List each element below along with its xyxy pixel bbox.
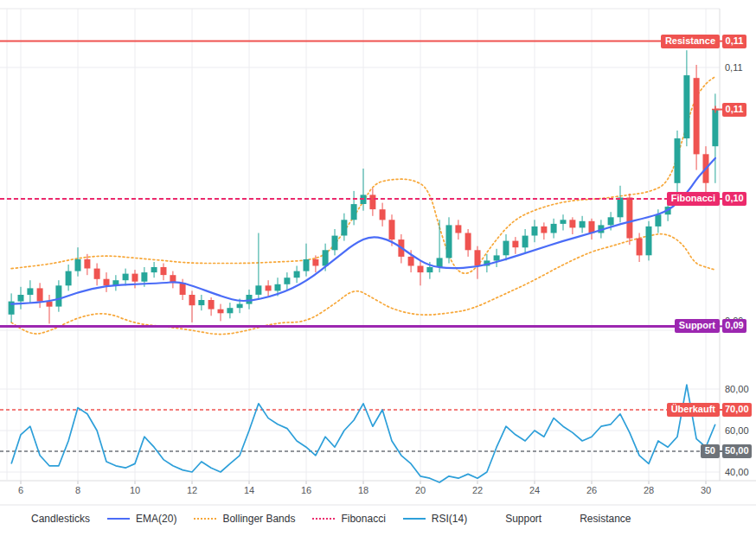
x-axis-label-16: 16 [301,485,311,495]
rsi-axis-tick-80: 80,00 [725,384,749,394]
candle-body [332,236,338,251]
overbought-label-badge: Überkauft [667,403,720,417]
candle-body [180,283,186,295]
legend-item-fibonacci[interactable]: Fibonacci [312,513,385,525]
candle-body [512,241,518,248]
candle-body [218,309,224,314]
candle-body [18,295,24,302]
candle-body [626,198,632,239]
candle-body [66,271,72,286]
legend-label: Candlesticks [31,513,90,525]
trading-chart: Resistance 0,11 Fibonacci 0,10 Support 0… [0,0,756,536]
candle-body [255,285,261,295]
support-value-badge: 0,09 [722,319,746,333]
last-price-badge: 0,11 [722,103,746,117]
candle-body [637,239,643,256]
legend-label: Support [505,513,541,525]
legend-item-support[interactable]: Support [505,513,541,525]
candle-body [389,220,395,239]
candle-body [55,285,61,306]
candle-body [94,269,100,279]
candle-body [189,295,195,305]
legend-label: Bollinger Bands [222,513,295,525]
candle-body [341,220,347,235]
legend-item-bollinger-bands[interactable]: Bollinger Bands [194,513,295,525]
candle-body [503,241,509,256]
x-axis-label-26: 26 [586,485,597,495]
candle-body [266,285,272,290]
candle-body [655,214,661,227]
legend-item-candlesticks[interactable]: Candlesticks [31,513,90,525]
candle-body [569,220,575,227]
candle-body [104,279,110,286]
candle-body [694,78,700,154]
legend: Candlesticks EMA(20) Bollinger Bands Fib… [31,513,631,525]
candle-body [418,266,424,273]
rsi-line-legend-marker [403,518,426,520]
candle-body [646,227,652,255]
legend-item-ema20[interactable]: EMA(20) [107,513,176,525]
candle-body [426,267,432,272]
gridlines [0,9,756,505]
candle-body [141,272,147,282]
candle-body [132,274,138,282]
candle-body [151,267,157,272]
candle-body [27,288,33,295]
candle-body [294,271,300,278]
legend-item-resistance[interactable]: Resistance [580,513,631,525]
candle-body [675,138,681,183]
candle-body [408,257,414,266]
candle-body [208,300,215,309]
candle-body [304,259,310,271]
candle-body [683,75,689,138]
x-axis-label-12: 12 [187,485,197,495]
price-axis-tick-011: 0,11 [725,62,743,73]
legend-label: EMA(20) [136,513,176,525]
candle-body [284,278,290,284]
x-axis-label-28: 28 [644,485,654,495]
chart-canvas [0,0,756,508]
x-axis-label-8: 8 [75,485,80,495]
legend-label: Resistance [580,513,631,525]
x-axis-label-10: 10 [130,485,140,495]
rsi-midline-label-badge: 50 [701,444,720,458]
candle-body [275,284,281,291]
candle-body [37,288,43,301]
x-axis-label-30: 30 [701,485,711,495]
candle-body [446,225,452,258]
x-axis-label-22: 22 [472,485,483,495]
candle-body [580,221,586,228]
candle-body [455,225,461,233]
ema-line-legend-marker [107,518,130,520]
rsi-axis-tick-40: 40,00 [725,467,749,477]
fibonacci-dotted-legend-marker [312,518,335,520]
x-axis-label-20: 20 [415,485,426,495]
candle-body [237,304,243,309]
bollinger-dotted-legend-marker [194,518,216,520]
candle-body [532,227,538,236]
support-label-badge: Support [675,319,720,333]
resistance-value-badge: 0,11 [722,35,746,48]
x-axis-label-6: 6 [18,485,23,495]
candle-body [618,198,624,218]
rsi-axis-tick-60: 60,00 [725,425,749,436]
resistance-label-badge: Resistance [661,35,720,48]
candle-body [123,274,129,281]
candle-body [551,224,557,233]
candle-body [369,195,375,209]
candle-body [227,308,233,313]
candle-body [47,302,53,307]
candle-body [522,236,529,248]
candle-body [465,233,471,251]
fibonacci-value-badge: 0,10 [722,192,746,206]
candle-body [75,259,81,271]
overbought-value-badge: 70,00 [722,403,752,417]
candle-body [712,110,718,147]
legend-label: Fibonacci [341,513,385,525]
candle-body [84,259,90,269]
x-axis-label-18: 18 [358,485,368,495]
candle-body [198,300,204,305]
legend-item-rsi14[interactable]: RSI(14) [403,513,467,525]
candle-body [494,255,500,260]
candle-body [247,295,253,304]
